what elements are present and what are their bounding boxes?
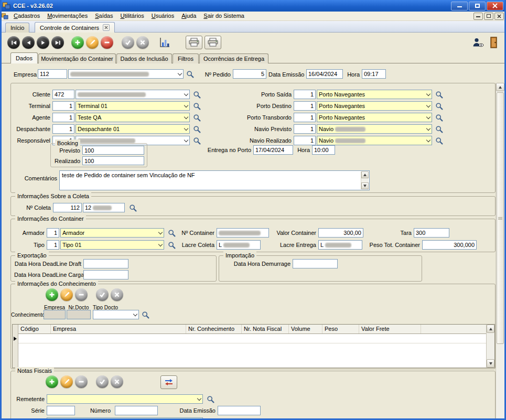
conhecimento-tipodocto-combo[interactable] bbox=[93, 310, 139, 319]
notas-add-button[interactable] bbox=[46, 375, 58, 388]
terminal-search-button[interactable] bbox=[192, 102, 201, 111]
print-preview-button[interactable] bbox=[204, 36, 221, 49]
edit-button[interactable] bbox=[86, 36, 99, 49]
users-view-button[interactable] bbox=[471, 36, 486, 49]
menu-saidas[interactable]: Saídas bbox=[91, 12, 116, 20]
empresa-search-button[interactable] bbox=[186, 70, 195, 79]
porto-transbordo-combo[interactable]: Porto Navegantes bbox=[317, 113, 432, 122]
conhecimento-delete-button[interactable] bbox=[75, 288, 88, 301]
cancel-button[interactable] bbox=[136, 36, 149, 49]
conhecimento-cancel-button[interactable] bbox=[111, 288, 123, 301]
porto-transbordo-search-button[interactable] bbox=[435, 113, 444, 122]
conhecimento-search-button[interactable] bbox=[141, 310, 150, 319]
scroll-up-button[interactable] bbox=[487, 325, 494, 333]
notas-delete-button[interactable] bbox=[75, 375, 88, 388]
print-button[interactable] bbox=[186, 36, 202, 49]
pedido-field[interactable]: 5 bbox=[233, 69, 266, 79]
navio-previsto-code-field[interactable]: 1 bbox=[294, 124, 316, 134]
minimize-button[interactable] bbox=[451, 2, 468, 10]
notas-confirm-button[interactable] bbox=[96, 375, 109, 388]
lacre-coleta-field[interactable]: L bbox=[217, 240, 261, 250]
tab-controle-de-containers[interactable]: Controle de Containers bbox=[35, 22, 115, 33]
data-emissao-field[interactable]: 16/04/2024 bbox=[306, 69, 343, 79]
scroll-down-button[interactable] bbox=[487, 359, 494, 368]
porto-saida-search-button[interactable] bbox=[435, 90, 444, 99]
coleta-numero-field[interactable]: 12 bbox=[83, 203, 125, 212]
tab-filtros[interactable]: Filtros bbox=[173, 53, 199, 63]
booking-previsto-field[interactable]: 100 bbox=[82, 146, 144, 155]
porto-destino-search-button[interactable] bbox=[435, 102, 444, 111]
menu-cadastros[interactable]: Cadastros bbox=[10, 12, 44, 20]
mdi-close-button[interactable] bbox=[494, 13, 504, 20]
cliente-code-field[interactable]: 472 bbox=[52, 90, 74, 99]
responsavel-search-button[interactable] bbox=[192, 136, 201, 145]
tipo-code-field[interactable]: 1 bbox=[47, 240, 59, 250]
grid-col-peso[interactable]: Peso bbox=[322, 325, 359, 333]
tab-inicio[interactable]: Início bbox=[5, 23, 29, 33]
menu-ajuda[interactable]: Ajuda bbox=[178, 12, 200, 20]
tab-ocorrencias-de-entrega[interactable]: Ocorrências de Entrega bbox=[199, 53, 268, 63]
tab-dados-de-inclusao[interactable]: Dados de Inclusão bbox=[116, 53, 172, 63]
empresa-code-field[interactable]: 112 bbox=[38, 69, 67, 79]
armador-search-button[interactable] bbox=[167, 229, 176, 238]
demurrage-field[interactable] bbox=[293, 259, 338, 268]
despachante-code-field[interactable]: 1 bbox=[52, 124, 74, 134]
tab-movimentacao-do-container[interactable]: Movimentação do Container bbox=[38, 53, 116, 63]
conhecimento-edit-button[interactable] bbox=[60, 288, 73, 301]
coleta-empresa-field[interactable]: 112 bbox=[53, 203, 82, 212]
remetente-combo[interactable] bbox=[47, 394, 203, 404]
numero-container-field[interactable] bbox=[217, 228, 269, 238]
destinatario-combo[interactable] bbox=[47, 417, 203, 420]
chart-button[interactable] bbox=[157, 36, 172, 49]
coleta-search-button[interactable] bbox=[128, 203, 137, 212]
conhecimento-confirm-button[interactable] bbox=[96, 288, 109, 301]
scroll-up-button[interactable] bbox=[496, 83, 504, 91]
comentarios-scrollbar[interactable] bbox=[361, 171, 369, 189]
comentarios-textarea[interactable]: teste de Pedido de container sem Vincula… bbox=[59, 170, 370, 190]
add-button[interactable] bbox=[71, 36, 84, 49]
nota-data-emissao-field[interactable] bbox=[218, 406, 261, 415]
tipo-search-button[interactable] bbox=[167, 241, 176, 250]
mdi-restore-button[interactable] bbox=[484, 13, 493, 20]
porto-destino-combo[interactable]: Porto Navegantes bbox=[317, 101, 432, 111]
grid-col-valor-frete[interactable]: Valor Frete bbox=[359, 325, 421, 333]
agente-search-button[interactable] bbox=[192, 113, 201, 122]
porto-saida-code-field[interactable]: 1 bbox=[294, 90, 316, 99]
navio-previsto-combo[interactable]: Navio bbox=[317, 124, 432, 134]
deadline-draft-field[interactable] bbox=[83, 259, 128, 268]
notas-edit-button[interactable] bbox=[60, 375, 73, 388]
porto-destino-code-field[interactable]: 1 bbox=[294, 101, 316, 111]
lacre-entrega-field[interactable]: L bbox=[318, 240, 362, 250]
booking-realizado-field[interactable]: 100 bbox=[82, 156, 144, 165]
notas-cancel-button[interactable] bbox=[111, 375, 123, 388]
navio-realizado-combo[interactable]: Navio bbox=[317, 136, 432, 145]
transfer-notas-button[interactable] bbox=[160, 375, 177, 389]
entrega-hora-field[interactable]: 10:00 bbox=[312, 145, 335, 155]
navio-previsto-search-button[interactable] bbox=[435, 125, 444, 134]
vertical-scrollbar[interactable] bbox=[496, 83, 504, 420]
deadline-carga-field[interactable] bbox=[83, 270, 128, 279]
scroll-up-button[interactable] bbox=[361, 171, 369, 178]
exit-button[interactable] bbox=[489, 36, 500, 49]
despachante-search-button[interactable] bbox=[192, 125, 201, 134]
grid-scrollbar[interactable] bbox=[486, 325, 494, 368]
menu-utilitarios[interactable]: Utilitários bbox=[116, 12, 147, 20]
cliente-combo[interactable] bbox=[76, 90, 190, 99]
close-button[interactable] bbox=[487, 2, 503, 10]
agente-combo[interactable]: Teste QA bbox=[76, 113, 190, 122]
prev-record-button[interactable] bbox=[22, 36, 35, 49]
porto-saida-combo[interactable]: Porto Navegantes bbox=[317, 90, 432, 99]
confirm-button[interactable] bbox=[122, 36, 134, 49]
grid-col-nr-conhecimento[interactable]: Nr. Conhecimento bbox=[186, 325, 242, 333]
scrollbar-thumb[interactable] bbox=[497, 92, 504, 344]
next-record-button[interactable] bbox=[37, 36, 49, 49]
conhecimento-empresa-field[interactable] bbox=[44, 310, 66, 319]
serie-field[interactable] bbox=[47, 406, 75, 415]
grid-col-volume[interactable]: Volume bbox=[289, 325, 322, 333]
tab-dados[interactable]: Dados bbox=[10, 52, 38, 63]
navio-realizado-search-button[interactable] bbox=[435, 136, 444, 145]
armador-combo[interactable]: Armador bbox=[60, 228, 164, 238]
grid-col-codigo[interactable]: Código bbox=[18, 325, 51, 333]
agente-code-field[interactable]: 1 bbox=[52, 113, 74, 122]
conhecimento-add-button[interactable] bbox=[46, 288, 58, 301]
